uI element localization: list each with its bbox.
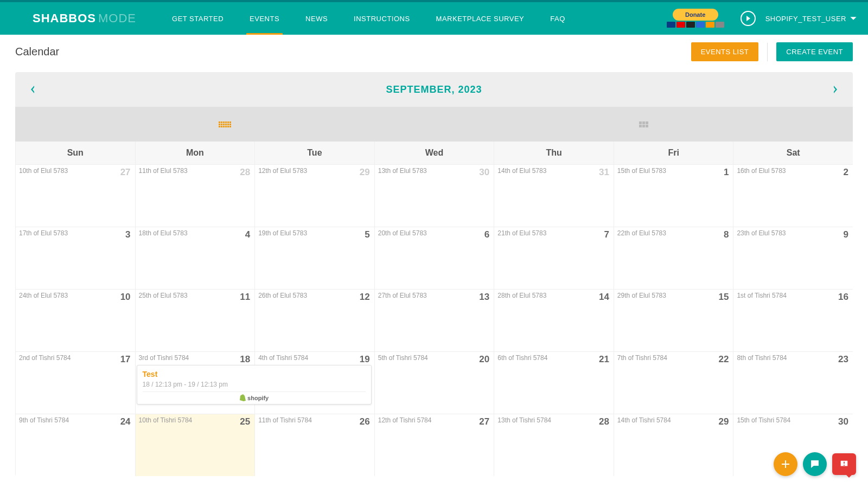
user-menu[interactable]: SHOPIFY_TEST_USER xyxy=(765,15,857,23)
calendar-views xyxy=(15,107,853,142)
chat-fab[interactable] xyxy=(803,452,827,476)
event-footer: shopify xyxy=(143,391,366,402)
brand-sub: MODE xyxy=(98,11,136,25)
add-fab[interactable] xyxy=(774,452,797,476)
hebrew-date: 13th of Tishri 5784 xyxy=(497,416,610,424)
dow-header: Thu xyxy=(494,142,614,164)
day-number: 29 xyxy=(719,416,729,427)
hebrew-date: 14th of Elul 5783 xyxy=(497,167,610,175)
card-icon xyxy=(696,22,705,28)
event-card[interactable]: Test18 / 12:13 pm - 19 / 12:13 pmshopify xyxy=(137,365,372,404)
calendar-cell[interactable]: 3rd of Tishri 578418Test18 / 12:13 pm - … xyxy=(135,351,255,414)
calendar-cell[interactable]: 6th of Tishri 578421 xyxy=(494,351,614,414)
calendar-cell[interactable]: 25th of Elul 578311 xyxy=(135,289,255,351)
hebrew-date: 4th of Tishri 5784 xyxy=(258,354,371,362)
calendar-cell[interactable]: 10th of Elul 578327 xyxy=(15,164,135,227)
create-event-button[interactable]: CREATE EVENT xyxy=(776,42,853,61)
calendar-cell[interactable]: 27th of Elul 578313 xyxy=(374,289,494,351)
hebrew-date: 8th of Tishri 5784 xyxy=(737,354,850,362)
calendar-cell[interactable]: 12th of Elul 578329 xyxy=(254,164,374,227)
chevron-left-icon xyxy=(30,86,35,93)
card-icon xyxy=(676,22,685,28)
day-number: 24 xyxy=(120,416,131,427)
calendar-cell[interactable]: 12th of Tishri 578427 xyxy=(374,414,494,476)
hebrew-date: 24th of Elul 5783 xyxy=(19,292,132,299)
brand-main: SHABBOS xyxy=(33,11,96,25)
calendar-cell[interactable]: 14th of Elul 578331 xyxy=(494,164,614,227)
day-number: 19 xyxy=(360,354,370,365)
dow-header: Sat xyxy=(733,142,853,164)
calendar-cell[interactable]: 7th of Tishri 578422 xyxy=(614,351,733,414)
donate-button[interactable]: Donate xyxy=(673,9,718,21)
hebrew-date: 7th of Tishri 5784 xyxy=(617,354,730,362)
nav-item-events[interactable]: EVENTS xyxy=(246,4,283,34)
week-view-toggle[interactable] xyxy=(434,107,853,142)
calendar-cell[interactable]: 19th of Elul 57835 xyxy=(254,227,374,289)
calendar-cell[interactable]: 28th of Elul 578314 xyxy=(494,289,614,351)
day-number: 14 xyxy=(599,292,609,303)
month-view-toggle[interactable] xyxy=(15,107,434,142)
calendar-cell[interactable]: 22th of Elul 57838 xyxy=(614,227,733,289)
calendar-cell[interactable]: 17th of Elul 57833 xyxy=(15,227,135,289)
nav-item-news[interactable]: NEWS xyxy=(302,4,331,34)
calendar-cell[interactable]: 5th of Tishri 578420 xyxy=(374,351,494,414)
calendar-cell[interactable]: 2nd of Tishri 578417 xyxy=(15,351,135,414)
hebrew-date: 28th of Elul 5783 xyxy=(497,292,610,299)
calendar-cell[interactable]: 14th of Tishri 578429 xyxy=(614,414,733,476)
feedback-fab[interactable] xyxy=(832,453,856,475)
events-list-button[interactable]: EVENTS LIST xyxy=(691,42,759,61)
event-time: 18 / 12:13 pm - 19 / 12:13 pm xyxy=(143,381,366,388)
calendar-cell[interactable]: 13th of Tishri 578428 xyxy=(494,414,614,476)
calendar-cell[interactable]: 11th of Elul 578328 xyxy=(135,164,255,227)
calendar-cell[interactable]: 8th of Tishri 578423 xyxy=(733,351,853,414)
hebrew-date: 29th of Elul 5783 xyxy=(617,292,730,299)
donate-widget[interactable]: Donate xyxy=(660,9,731,28)
calendar: SEPTEMBER, 2023 SunMonTueWedThuFriSat10t… xyxy=(15,72,853,476)
calendar-cell[interactable]: 18th of Elul 57834 xyxy=(135,227,255,289)
nav-item-instructions[interactable]: INSTRUCTIONS xyxy=(350,4,413,34)
calendar-cell[interactable]: 13th of Elul 578330 xyxy=(374,164,494,227)
hebrew-date: 10th of Tishri 5784 xyxy=(139,416,252,424)
page-head: Calendar EVENTS LIST CREATE EVENT xyxy=(15,42,853,61)
calendar-cell[interactable]: 21th of Elul 57837 xyxy=(494,227,614,289)
calendar-cell[interactable]: 9th of Tishri 578424 xyxy=(15,414,135,476)
divider xyxy=(767,43,768,61)
hebrew-date: 2nd of Tishri 5784 xyxy=(19,354,132,362)
day-number: 31 xyxy=(599,167,609,178)
nav-item-get-started[interactable]: GET STARTED xyxy=(169,4,227,34)
day-number: 30 xyxy=(479,167,489,178)
hebrew-date: 11th of Elul 5783 xyxy=(139,167,252,175)
floating-actions xyxy=(774,452,856,476)
day-number: 2 xyxy=(844,167,848,178)
next-month-button[interactable] xyxy=(827,81,844,98)
header: SHABBOSMODE GET STARTEDEVENTSNEWSINSTRUC… xyxy=(0,2,868,35)
calendar-cell[interactable]: 20th of Elul 57836 xyxy=(374,227,494,289)
day-number: 26 xyxy=(360,416,370,427)
day-number: 1 xyxy=(724,167,729,178)
day-number: 8 xyxy=(724,229,729,240)
day-number: 21 xyxy=(599,354,609,365)
calendar-cell[interactable]: 26th of Elul 578312 xyxy=(254,289,374,351)
dow-header: Mon xyxy=(135,142,255,164)
calendar-cell[interactable]: 29th of Elul 578315 xyxy=(614,289,733,351)
feedback-icon xyxy=(839,459,849,469)
nav-item-faq[interactable]: FAQ xyxy=(547,4,569,34)
calendar-cell[interactable]: 15th of Elul 57831 xyxy=(614,164,733,227)
calendar-grid: SunMonTueWedThuFriSat10th of Elul 578327… xyxy=(15,142,853,476)
play-icon[interactable] xyxy=(741,11,756,26)
card-icon xyxy=(667,22,675,28)
hebrew-date: 19th of Elul 5783 xyxy=(258,229,371,237)
calendar-cell[interactable]: 11th of Tishri 578426 xyxy=(254,414,374,476)
hebrew-date: 10th of Elul 5783 xyxy=(19,167,132,175)
nav-item-marketplace-survey[interactable]: MARKETPLACE SURVEY xyxy=(433,4,528,34)
dow-header: Fri xyxy=(614,142,733,164)
calendar-cell[interactable]: 10th of Tishri 578425 xyxy=(135,414,255,476)
prev-month-button[interactable] xyxy=(24,81,41,98)
calendar-cell[interactable]: 16th of Elul 57832 xyxy=(733,164,853,227)
hebrew-date: 22th of Elul 5783 xyxy=(617,229,730,237)
calendar-cell[interactable]: 24th of Elul 578310 xyxy=(15,289,135,351)
calendar-title: SEPTEMBER, 2023 xyxy=(41,84,827,95)
brand: SHABBOSMODE xyxy=(33,11,136,25)
calendar-cell[interactable]: 1st of Tishri 578416 xyxy=(733,289,853,351)
calendar-cell[interactable]: 23th of Elul 57839 xyxy=(733,227,853,289)
